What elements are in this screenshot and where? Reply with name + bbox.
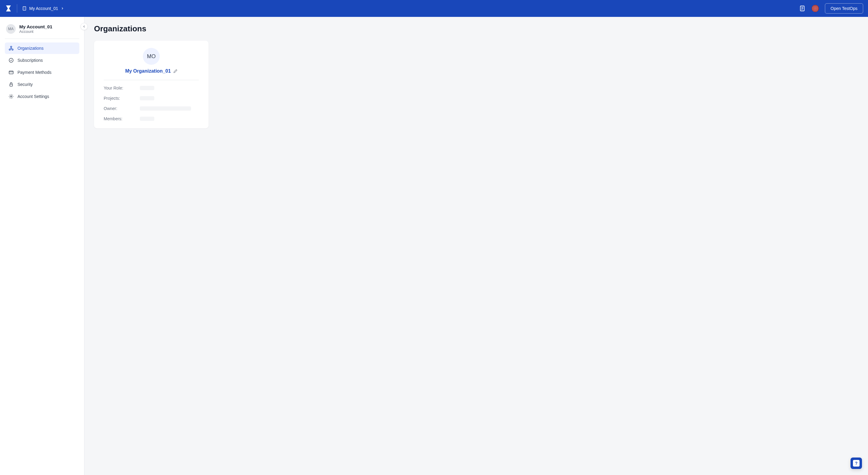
help-icon: ? [853,460,860,467]
organization-card: MO My Organization_01 Your Role: Project… [94,41,209,128]
sidebar-item-security[interactable]: Security [5,79,79,90]
breadcrumb-label: My Account_01 [29,6,58,11]
collapse-sidebar-button[interactable] [81,23,88,30]
chevron-right-icon [61,7,64,10]
org-role-value-skeleton [140,86,154,90]
sidebar-item-payment-methods[interactable]: Payment Methods [5,67,79,78]
notes-icon[interactable] [799,5,806,12]
header-left: My Account_01 [5,4,64,13]
svg-rect-17 [10,84,13,86]
org-detail-members: Members: [104,116,199,121]
account-type: Account [19,29,52,34]
sidebar-item-subscriptions[interactable]: Subscriptions [5,55,79,66]
org-members-label: Members: [104,116,140,121]
svg-rect-15 [9,71,13,74]
sidebar-item-label: Subscriptions [18,58,43,63]
svg-point-18 [10,96,12,97]
sidebar-item-label: Organizations [18,46,43,51]
page-title: Organizations [94,24,858,33]
account-avatar: MA [6,24,16,34]
security-icon [8,82,14,87]
chevron-left-icon [82,25,86,28]
main-content: Organizations MO My Organization_01 Your… [84,17,868,475]
network-globe-icon[interactable] [812,5,819,12]
building-icon [22,6,27,11]
org-detail-role: Your Role: [104,86,199,90]
org-projects-value-skeleton [140,96,154,100]
header-divider [17,4,17,13]
sidebar-item-label: Security [18,82,33,87]
organizations-icon [8,45,14,51]
header-right: Open TestOps [799,3,863,13]
svg-point-11 [10,46,12,48]
organization-avatar: MO [143,48,160,65]
app-header: My Account_01 Open TestOps [0,0,868,17]
sidebar: MA My Account_01 Account Organizations [0,17,84,475]
edit-icon[interactable] [173,69,178,73]
org-owner-label: Owner: [104,106,140,111]
org-detail-owner: Owner: [104,106,199,111]
account-info: My Account_01 Account [19,24,52,34]
nav-list: Organizations Subscriptions Payment Meth… [5,42,79,102]
org-members-value-skeleton [140,117,154,121]
organization-name-row: My Organization_01 [104,68,199,80]
org-projects-label: Projects: [104,96,140,101]
subscriptions-icon [8,58,14,63]
breadcrumb[interactable]: My Account_01 [22,6,64,11]
help-fab-button[interactable]: ? [850,457,862,469]
svg-rect-0 [23,7,26,10]
open-testops-button[interactable]: Open TestOps [825,3,863,13]
payment-icon [8,70,14,75]
organization-name-link[interactable]: My Organization_01 [125,68,170,74]
layout: MA My Account_01 Account Organizations [0,17,868,475]
app-logo[interactable] [5,4,12,13]
account-name: My Account_01 [19,24,52,29]
org-detail-projects: Projects: [104,96,199,101]
org-owner-value-skeleton [140,106,191,110]
account-header: MA My Account_01 Account [5,22,79,39]
sidebar-item-label: Account Settings [18,94,49,99]
sidebar-item-organizations[interactable]: Organizations [5,42,79,54]
settings-icon [8,94,14,99]
org-role-label: Your Role: [104,86,140,90]
sidebar-item-account-settings[interactable]: Account Settings [5,91,79,102]
sidebar-item-label: Payment Methods [18,70,52,75]
